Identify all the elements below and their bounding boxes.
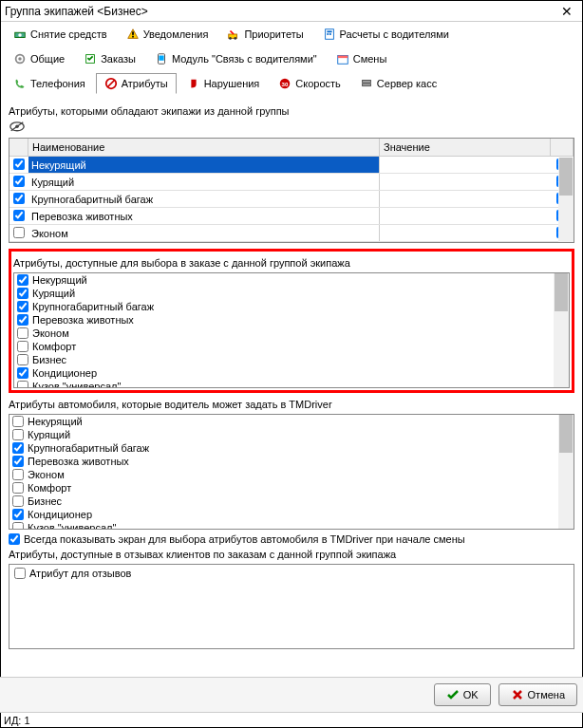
tab-orders[interactable]: Заказы (75, 48, 144, 69)
list-item[interactable]: Перевозка животных (9, 455, 558, 468)
svg-point-12 (18, 57, 22, 61)
item-label: Эконом (28, 469, 65, 480)
tab-priorities[interactable]: Приоритеты (218, 24, 311, 45)
item-checkbox[interactable] (17, 341, 28, 352)
item-checkbox[interactable] (12, 509, 24, 520)
row-name: Эконом (28, 225, 380, 241)
item-checkbox[interactable] (12, 456, 24, 467)
table-row[interactable]: Крупногабаритный багаж (9, 191, 574, 208)
list-item[interactable]: Бизнес (14, 353, 554, 366)
list-item[interactable]: Крупногабаритный багаж (9, 441, 558, 455)
list-item[interactable]: Курящий (9, 428, 558, 441)
tab-module[interactable]: Модуль "Связь с водителями" (146, 48, 326, 69)
item-checkbox[interactable] (12, 442, 24, 454)
svg-rect-2 (132, 31, 134, 35)
always-show-checkbox[interactable] (9, 533, 20, 545)
list-item[interactable]: Эконом (14, 327, 554, 340)
row-checkbox[interactable] (13, 210, 25, 221)
item-checkbox[interactable] (17, 327, 28, 339)
list-item[interactable]: Некурящий (14, 273, 554, 287)
list-item[interactable]: Комфорт (9, 481, 558, 495)
item-label: Курящий (28, 429, 70, 440)
item-checkbox[interactable] (12, 522, 24, 530)
list-item[interactable]: Кондиционер (14, 366, 554, 380)
table-row[interactable]: Эконом (9, 225, 574, 242)
th-value[interactable]: Значение (380, 139, 551, 156)
table-row[interactable]: Некурящий (9, 157, 574, 174)
item-checkbox[interactable] (17, 381, 28, 388)
item-checkbox[interactable] (17, 301, 28, 312)
tab-violations[interactable]: Нарушения (179, 73, 269, 94)
scrollbar[interactable] (558, 158, 574, 242)
th-name[interactable]: Наименование (28, 139, 380, 156)
row-checkbox[interactable] (13, 227, 25, 238)
section3-label: Атрибуты автомобиля, которые водитель мо… (9, 399, 574, 410)
tab-calculations[interactable]: Расчеты с водителями (314, 24, 458, 45)
item-checkbox[interactable] (17, 354, 28, 365)
svg-rect-22 (362, 81, 370, 84)
tab-general[interactable]: Общие (5, 48, 73, 69)
list-item[interactable]: Комфорт (14, 340, 554, 353)
row-checkbox[interactable] (13, 193, 25, 204)
item-label: Комфорт (32, 341, 76, 352)
row-checkbox[interactable] (13, 176, 25, 187)
tab-speed[interactable]: 30Скорость (270, 73, 349, 94)
scrollbar[interactable] (554, 273, 569, 387)
item-checkbox[interactable] (12, 469, 24, 480)
section4-label: Атрибуты, доступные в отзывах клиентов п… (9, 549, 574, 560)
item-checkbox[interactable] (12, 429, 24, 440)
list-item[interactable]: Кондиционер (9, 508, 558, 521)
scrollbar[interactable] (558, 415, 574, 529)
list-item[interactable]: Перевозка животных (14, 313, 554, 327)
always-show-row[interactable]: Всегда показывать экран для выбора атриб… (9, 533, 574, 545)
row-checkbox[interactable] (13, 159, 25, 170)
tab-attributes[interactable]: Атрибуты (96, 73, 177, 94)
table-row[interactable]: Перевозка животных (9, 208, 574, 225)
tab-notifications[interactable]: Уведомления (118, 24, 217, 45)
cancel-button[interactable]: Отмена (498, 683, 577, 706)
tab-server[interactable]: Сервер касс (351, 73, 445, 94)
table-row[interactable]: Курящий (9, 174, 574, 191)
review-label: Атрибут для отзывов (29, 568, 131, 579)
item-label: Крупногабаритный багаж (28, 442, 149, 454)
section1-label: Атрибуты, которыми обладают экипажи из д… (9, 105, 574, 117)
list-item[interactable]: Кузов "универсал" (14, 380, 554, 388)
list-item[interactable]: Некурящий (9, 415, 558, 428)
list-item[interactable]: Атрибут для отзывов (11, 567, 572, 580)
list-item[interactable]: Курящий (14, 287, 554, 300)
item-label: Некурящий (28, 416, 83, 427)
list-item[interactable]: Бизнес (9, 495, 558, 508)
row-name: Некурящий (28, 157, 380, 173)
tab-shifts[interactable]: Смены (328, 48, 396, 69)
list-item[interactable]: Кузов "универсал" (9, 521, 558, 530)
svg-point-5 (230, 37, 233, 40)
row-name: Перевозка животных (28, 208, 380, 224)
item-label: Кузов "универсал" (28, 522, 116, 530)
item-label: Комфорт (28, 482, 71, 494)
review-checkbox[interactable] (14, 568, 26, 579)
item-label: Перевозка животных (32, 314, 134, 326)
item-checkbox[interactable] (17, 314, 28, 326)
ok-button[interactable]: OK (434, 683, 491, 706)
item-checkbox[interactable] (17, 274, 28, 286)
list-item[interactable]: Эконом (9, 468, 558, 481)
item-checkbox[interactable] (12, 495, 24, 507)
visibility-icon[interactable] (9, 121, 26, 134)
item-checkbox[interactable] (17, 367, 28, 379)
item-label: Бизнес (32, 354, 66, 365)
item-checkbox[interactable] (17, 288, 28, 299)
list-item[interactable]: Крупногабаритный багаж (14, 300, 554, 313)
toolbar-row-3: Телефония Атрибуты Нарушения 30Скорость … (1, 71, 582, 96)
svg-rect-15 (159, 56, 163, 61)
item-label: Крупногабаритный багаж (32, 301, 154, 312)
item-checkbox[interactable] (12, 482, 24, 494)
item-label: Эконом (32, 327, 69, 339)
item-label: Курящий (32, 288, 75, 299)
close-icon[interactable]: ✕ (555, 4, 578, 19)
tab-withdraw[interactable]: Снятие средств (5, 24, 116, 45)
item-label: Некурящий (32, 274, 87, 286)
item-checkbox[interactable] (12, 416, 24, 427)
toolbar-row-1: Снятие средств Уведомления Приоритеты Ра… (1, 22, 582, 47)
item-label: Кондиционер (28, 509, 92, 520)
tab-telephony[interactable]: Телефония (5, 73, 94, 94)
